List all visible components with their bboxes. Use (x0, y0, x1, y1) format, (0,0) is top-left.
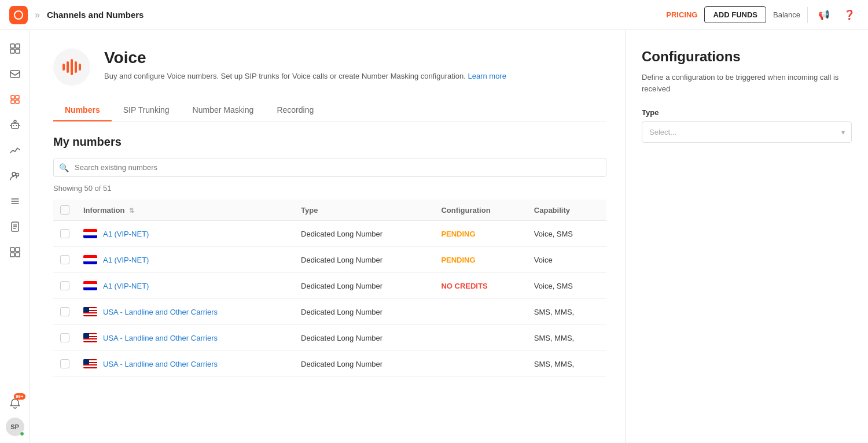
th-configuration: Configuration (434, 200, 527, 221)
sidebar-item-inbox[interactable] (3, 62, 27, 86)
svg-point-10 (14, 120, 16, 123)
tabs: Numbers SIP Trunking Number Masking Reco… (53, 99, 606, 121)
th-type: Type (294, 200, 434, 221)
info-cell: USA - Landline and Other Carriers (76, 325, 294, 351)
search-input[interactable] (53, 158, 606, 177)
avatar[interactable]: SP (6, 418, 24, 436)
configuration-cell (434, 299, 527, 325)
type-select-wrapper: Select... ▾ (642, 121, 852, 143)
type-select[interactable]: Select... (642, 121, 852, 143)
info-link[interactable]: USA - Landline and Other Carriers (103, 308, 218, 316)
svg-rect-8 (16, 100, 19, 104)
info-cell: A1 (VIP-NET) (76, 247, 294, 273)
th-capability: Capability (527, 200, 606, 221)
capability-cell: SMS, MMS, (527, 351, 606, 377)
expand-icon[interactable]: » (35, 10, 40, 20)
sidebar-item-contacts[interactable] (3, 164, 27, 187)
main-layout: 99+ SP (0, 30, 868, 443)
voice-bars-icon (62, 59, 81, 75)
bar1 (62, 64, 65, 71)
sidebar-item-dashboard[interactable] (3, 37, 27, 60)
svg-rect-6 (16, 95, 19, 99)
tab-number-masking[interactable]: Number Masking (181, 99, 266, 121)
tab-numbers[interactable]: Numbers (53, 99, 112, 121)
type-cell: Dedicated Long Number (294, 325, 434, 351)
icon-panel: 99+ SP (0, 30, 30, 443)
svg-rect-4 (10, 71, 20, 77)
svg-rect-27 (10, 253, 14, 257)
information-sort-icon[interactable]: ⇅ (129, 207, 134, 214)
learn-more-link[interactable]: Learn more (468, 72, 506, 80)
help-icon[interactable]: ❓ (840, 6, 859, 24)
info-link[interactable]: USA - Landline and Other Carriers (103, 334, 218, 342)
info-link[interactable]: A1 (VIP-NET) (103, 282, 149, 290)
capability-cell: Voice (527, 247, 606, 273)
divider (807, 7, 808, 23)
sidebar-item-apps[interactable] (3, 241, 27, 264)
bar2 (67, 61, 69, 73)
status-badge: PENDING (441, 256, 475, 264)
usa-flag-icon (83, 333, 97, 342)
info-link[interactable]: USA - Landline and Other Carriers (103, 360, 218, 368)
svg-rect-25 (10, 248, 14, 252)
svg-rect-26 (16, 248, 20, 252)
configuration-cell (434, 325, 527, 351)
th-checkbox (53, 200, 76, 221)
row-checkbox[interactable] (60, 281, 69, 290)
pricing-button[interactable]: PRICING (666, 10, 697, 19)
svg-rect-3 (16, 49, 20, 53)
showing-count: Showing 50 of 51 (53, 184, 606, 193)
row-checkbox[interactable] (60, 307, 69, 316)
info-cell: USA - Landline and Other Carriers (76, 351, 294, 377)
capability-cell: SMS, MMS, (527, 299, 606, 325)
row-checkbox[interactable] (60, 359, 69, 368)
info-link[interactable]: A1 (VIP-NET) (103, 256, 149, 264)
topnav: » Channels and Numbers PRICING ADD FUNDS… (0, 0, 868, 30)
info-cell: A1 (VIP-NET) (76, 273, 294, 299)
content-area: Voice Buy and configure Voice numbers. S… (30, 30, 868, 443)
sidebar-item-channels[interactable] (3, 88, 27, 111)
tab-recording[interactable]: Recording (265, 99, 325, 121)
numbers-table: Information ⇅ Type Configuration Capabil… (53, 200, 606, 377)
status-badge: NO CREDITS (441, 282, 487, 290)
configuration-cell: PENDING (434, 247, 527, 273)
add-funds-button[interactable]: ADD FUNDS (704, 6, 766, 23)
row-checkbox[interactable] (60, 255, 69, 264)
croatia-flag-icon (83, 229, 97, 238)
svg-rect-5 (11, 95, 14, 99)
announcement-icon[interactable]: 📢 (815, 6, 833, 24)
search-wrapper: 🔍 (53, 158, 606, 177)
croatia-flag-icon (83, 255, 97, 264)
sidebar-item-analytics[interactable] (3, 139, 27, 162)
table-row: A1 (VIP-NET)Dedicated Long NumberNO CRED… (53, 273, 606, 299)
tab-sip-trunking[interactable]: SIP Trunking (112, 99, 181, 121)
my-numbers-section: My numbers 🔍 Showing 50 of 51 (53, 121, 606, 377)
bar4 (75, 61, 77, 73)
type-cell: Dedicated Long Number (294, 221, 434, 247)
svg-point-16 (12, 172, 16, 176)
search-icon: 🔍 (59, 163, 69, 172)
sidebar-item-audit[interactable] (3, 215, 27, 238)
svg-rect-28 (16, 253, 20, 257)
type-cell: Dedicated Long Number (294, 247, 434, 273)
my-numbers-title: My numbers (53, 135, 606, 149)
config-description: Define a configuration to be triggered w… (642, 72, 852, 94)
page-title: Channels and Numbers (47, 10, 144, 20)
select-all-checkbox[interactable] (60, 205, 69, 215)
svg-rect-2 (10, 49, 14, 53)
type-cell: Dedicated Long Number (294, 299, 434, 325)
select-arrow-icon: ▾ (841, 128, 845, 136)
row-checkbox[interactable] (60, 229, 69, 238)
configuration-cell: PENDING (434, 221, 527, 247)
notifications-icon[interactable]: 99+ (3, 392, 27, 415)
sidebar-item-bot[interactable] (3, 113, 27, 136)
svg-rect-9 (12, 123, 19, 128)
online-indicator (20, 431, 24, 436)
row-checkbox[interactable] (60, 333, 69, 342)
status-badge: PENDING (441, 230, 475, 238)
svg-point-13 (16, 125, 17, 126)
capability-cell: Voice, SMS (527, 221, 606, 247)
info-link[interactable]: A1 (VIP-NET) (103, 230, 149, 238)
sidebar-item-lists[interactable] (3, 190, 27, 213)
configuration-cell (434, 351, 527, 377)
